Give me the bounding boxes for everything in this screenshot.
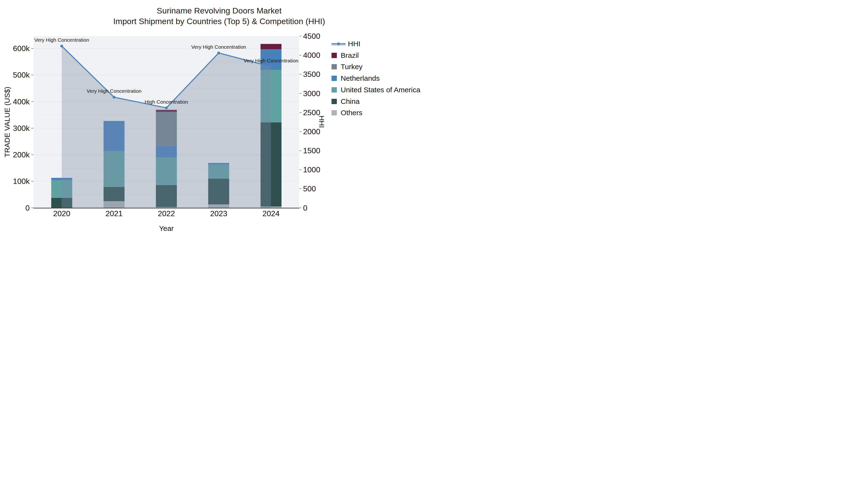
annotation-2020: Very High Concentration bbox=[34, 37, 89, 43]
y1-tick-label-500k: 500k bbox=[13, 71, 30, 79]
y1-tick-label-100k: 100k bbox=[13, 177, 30, 186]
y2-tick-label-1500: 1500 bbox=[303, 146, 320, 155]
y2-tick-label-1000: 1000 bbox=[303, 165, 320, 174]
hhi-marker-2023[interactable] bbox=[217, 52, 220, 55]
left-axis-title: TRADE VALUE (US$) bbox=[3, 87, 11, 157]
y1-tick-label-300k: 300k bbox=[13, 124, 30, 133]
legend-item-others[interactable]: Others bbox=[332, 108, 362, 117]
x-tick-label-2022: 2022 bbox=[158, 209, 175, 218]
legend-label: Others bbox=[341, 109, 362, 117]
y2-tick-label-4000: 4000 bbox=[303, 51, 320, 60]
y2-tick-label-500: 500 bbox=[303, 184, 316, 193]
legend-label: China bbox=[341, 97, 360, 105]
hhi-marker-2020[interactable] bbox=[60, 44, 63, 47]
chart-canvas: 0100k200k300k400k500k600k050010001500200… bbox=[0, 0, 434, 244]
y1-tick-label-0: 0 bbox=[25, 204, 30, 212]
annotation-2022: High Concentration bbox=[145, 99, 188, 105]
chart-figure: Suriname Revolving Doors Market Import S… bbox=[0, 0, 434, 244]
legend-label: HHI bbox=[348, 40, 361, 48]
x-tick-label-2020: 2020 bbox=[53, 209, 70, 218]
legend-item-china[interactable]: China bbox=[332, 97, 360, 106]
legend-item-united-states-of-america[interactable]: United States of America bbox=[332, 86, 420, 94]
bar-segment-brazil-2024[interactable] bbox=[261, 44, 282, 49]
legend-swatch-turkey bbox=[332, 64, 337, 69]
legend-swatch-others bbox=[332, 110, 337, 116]
legend-item-netherlands[interactable]: Netherlands bbox=[332, 74, 380, 83]
legend-swatch-netherlands bbox=[332, 76, 337, 81]
legend-label: United States of America bbox=[341, 86, 420, 94]
y1-tick-label-200k: 200k bbox=[13, 151, 30, 159]
annotation-2024: Very High Concentration bbox=[244, 58, 299, 63]
y2-tick-label-0: 0 bbox=[303, 204, 307, 212]
legend-swatch-china bbox=[332, 99, 337, 104]
legend-label: Brazil bbox=[341, 51, 359, 60]
x-tick-label-2021: 2021 bbox=[105, 209, 123, 218]
y1-tick-label-600k: 600k bbox=[13, 44, 30, 53]
y2-tick-label-3000: 3000 bbox=[303, 89, 320, 98]
x-tick-label-2023: 2023 bbox=[210, 209, 227, 218]
legend-item-brazil[interactable]: Brazil bbox=[332, 51, 359, 60]
annotation-2021: Very High Concentration bbox=[87, 88, 142, 94]
annotation-2023: Very High Concentration bbox=[191, 44, 246, 50]
legend-item-hhi[interactable]: HHI bbox=[332, 39, 361, 48]
legend-item-turkey[interactable]: Turkey bbox=[332, 62, 363, 71]
y2-tick-label-2000: 2000 bbox=[303, 127, 320, 136]
legend-label: Netherlands bbox=[341, 74, 380, 83]
legend-swatch-brazil bbox=[332, 53, 337, 58]
hhi-area-fill bbox=[62, 46, 271, 208]
x-axis-title: Year bbox=[159, 224, 174, 233]
hhi-marker-2022[interactable] bbox=[165, 106, 168, 109]
y2-tick-label-4500: 4500 bbox=[303, 32, 320, 40]
y1-tick-label-400k: 400k bbox=[13, 97, 30, 106]
legend-label: Turkey bbox=[341, 63, 363, 71]
hhi-marker-2024[interactable] bbox=[270, 65, 273, 68]
hhi-marker-2021[interactable] bbox=[113, 96, 116, 99]
x-tick-label-2024: 2024 bbox=[262, 209, 279, 218]
legend-hhi-line-icon bbox=[332, 41, 345, 46]
y2-tick-label-3500: 3500 bbox=[303, 70, 320, 78]
legend-swatch-united-states-of-america bbox=[332, 87, 337, 93]
right-axis-title: HHI bbox=[317, 116, 326, 128]
